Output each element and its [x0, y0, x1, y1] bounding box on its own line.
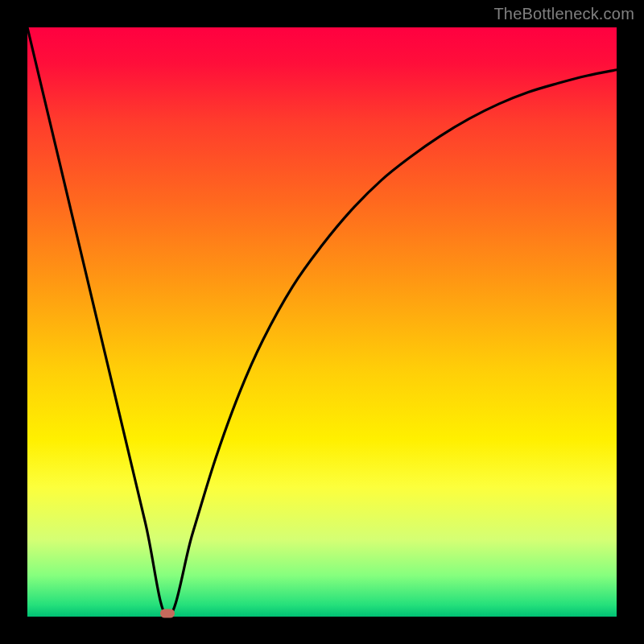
minimum-marker [160, 609, 175, 618]
curve-svg [27, 27, 617, 617]
bottleneck-curve [27, 27, 617, 617]
chart-frame: TheBottleneck.com [0, 0, 644, 644]
watermark-text: TheBottleneck.com [493, 5, 634, 23]
plot-area [27, 27, 617, 617]
